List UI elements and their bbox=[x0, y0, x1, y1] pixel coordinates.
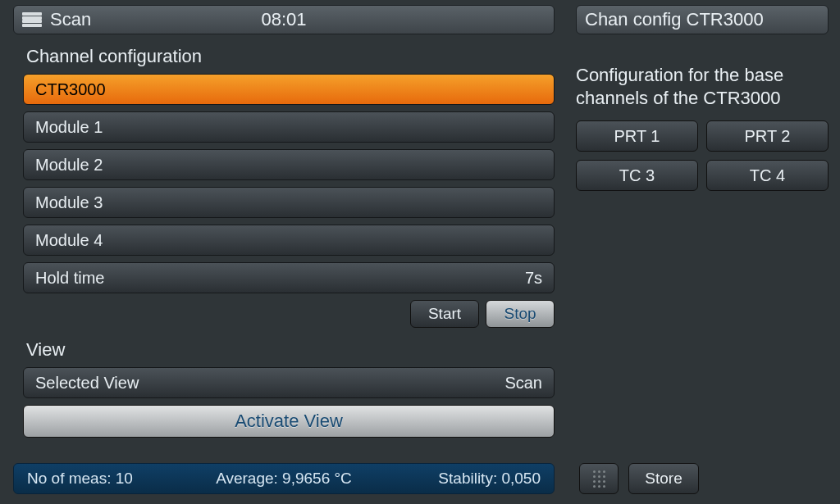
clock: 08:01 bbox=[14, 9, 554, 30]
topbar-left[interactable]: Scan 08:01 bbox=[13, 5, 555, 34]
status-bar: No of meas: 10 Average: 9,9656 °C Stabil… bbox=[13, 463, 555, 494]
channel-button-prt1[interactable]: PRT 1 bbox=[576, 120, 698, 152]
row-label: Module 3 bbox=[35, 193, 103, 212]
channel-button-tc3[interactable]: TC 3 bbox=[576, 160, 698, 191]
chan-config-label: Chan config CTR3000 bbox=[585, 9, 764, 30]
channel-row-module2[interactable]: Module 2 bbox=[23, 149, 555, 180]
row-label: Hold time bbox=[35, 269, 104, 288]
stop-button[interactable]: Stop bbox=[486, 300, 555, 328]
channel-button-prt2[interactable]: PRT 2 bbox=[706, 120, 829, 152]
row-label: Module 4 bbox=[35, 231, 103, 250]
row-value: Scan bbox=[504, 374, 542, 393]
view-title: View bbox=[23, 339, 555, 361]
row-label: Module 1 bbox=[35, 118, 103, 137]
hold-time-row[interactable]: Hold time 7s bbox=[23, 262, 555, 293]
config-base-channels-title: Configuration for the base channels of t… bbox=[576, 64, 829, 109]
channel-button-tc4[interactable]: TC 4 bbox=[706, 160, 829, 191]
start-button[interactable]: Start bbox=[410, 300, 479, 328]
row-value: 7s bbox=[525, 269, 542, 288]
channel-row-module4[interactable]: Module 4 bbox=[23, 225, 555, 256]
channel-row-module1[interactable]: Module 1 bbox=[23, 111, 555, 143]
keypad-button[interactable] bbox=[579, 463, 619, 494]
scan-label: Scan bbox=[50, 9, 91, 30]
meas-count: No of meas: 10 bbox=[27, 470, 133, 488]
row-label: Selected View bbox=[35, 374, 139, 393]
store-button[interactable]: Store bbox=[628, 463, 699, 494]
channel-row-ctr3000[interactable]: CTR3000 bbox=[23, 74, 555, 105]
channel-row-module3[interactable]: Module 3 bbox=[23, 187, 555, 218]
channel-config-title: Channel configuration bbox=[23, 46, 555, 67]
row-label: Module 2 bbox=[35, 156, 103, 175]
topbar-right[interactable]: Chan config CTR3000 bbox=[576, 5, 829, 34]
menu-icon[interactable] bbox=[22, 12, 42, 27]
selected-view-row[interactable]: Selected View Scan bbox=[23, 367, 555, 398]
keypad-icon bbox=[593, 470, 605, 488]
stability-value: Stability: 0,050 bbox=[438, 470, 541, 488]
row-label: CTR3000 bbox=[35, 80, 106, 99]
activate-view-button[interactable]: Activate View bbox=[23, 405, 555, 438]
